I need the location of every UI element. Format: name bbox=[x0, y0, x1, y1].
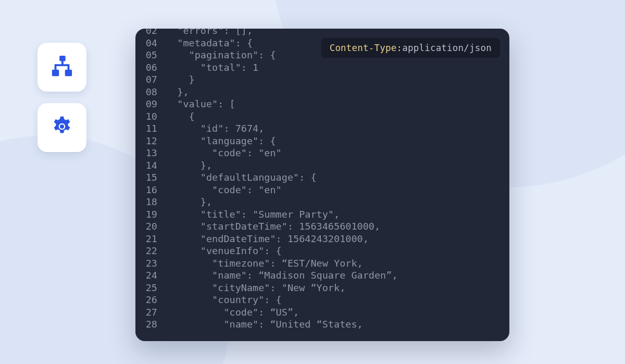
line-number: 07 bbox=[135, 73, 166, 86]
code-line: 28 "name": “United “States, bbox=[135, 318, 497, 331]
code-line: 26 "country": { bbox=[135, 294, 497, 306]
line-number: 23 bbox=[135, 257, 166, 270]
code-line: 18 }, bbox=[135, 196, 497, 208]
line-number: 19 bbox=[135, 208, 166, 221]
code-line: 24 "name": “Madison Square Garden”, bbox=[135, 269, 497, 282]
code-line: 20 "startDateTime": 1563465601000, bbox=[135, 220, 497, 233]
line-number: 15 bbox=[135, 171, 166, 184]
code-line: 13 "code": "en" bbox=[135, 147, 497, 159]
sidebar bbox=[38, 43, 86, 152]
code-line: 15 "defaultLanguage": { bbox=[135, 171, 497, 184]
code-line: 11 "id": 7674, bbox=[135, 122, 497, 135]
line-number: 27 bbox=[135, 306, 166, 319]
line-number: 26 bbox=[135, 294, 166, 306]
code-text: { bbox=[166, 110, 195, 123]
code-text: "country": { bbox=[166, 294, 282, 306]
code-text: "name": “Madison Square Garden”, bbox=[166, 269, 398, 282]
code-text: "code": "en" bbox=[166, 184, 282, 196]
line-number: 11 bbox=[135, 122, 166, 135]
code-line: 06 "total": 1 bbox=[135, 61, 497, 74]
code-line: 08 }, bbox=[135, 86, 497, 98]
code-text: "code": “US”, bbox=[166, 306, 299, 319]
code-line: 23 "timezone": “EST/New York, bbox=[135, 257, 497, 270]
line-number: 16 bbox=[135, 184, 166, 196]
line-number: 22 bbox=[135, 245, 166, 257]
code-text: }, bbox=[166, 159, 212, 172]
code-text: "title": "Summer Party", bbox=[166, 208, 340, 221]
code-text: "id": 7674, bbox=[166, 122, 264, 135]
line-number: 18 bbox=[135, 196, 166, 208]
line-number: 13 bbox=[135, 147, 166, 159]
code-line: 22 "venueInfo": { bbox=[135, 245, 497, 257]
line-number: 25 bbox=[135, 282, 166, 294]
code-line: 07 } bbox=[135, 73, 497, 86]
code-text: "name": “United “States, bbox=[166, 318, 363, 331]
settings-button[interactable] bbox=[38, 103, 86, 152]
code-text: }, bbox=[166, 86, 189, 98]
code-body[interactable]: 02 "errors": [],04 "metadata": {05 "pagi… bbox=[135, 29, 509, 331]
network-button[interactable] bbox=[38, 43, 86, 92]
line-number: 28 bbox=[135, 318, 166, 331]
line-number: 20 bbox=[135, 220, 166, 233]
code-text: "total": 1 bbox=[166, 61, 258, 74]
line-number: 14 bbox=[135, 159, 166, 172]
gear-icon bbox=[50, 115, 74, 141]
line-number: 12 bbox=[135, 135, 166, 147]
line-number: 10 bbox=[135, 110, 166, 123]
code-text: "startDateTime": 1563465601000, bbox=[166, 220, 380, 233]
code-line: 16 "code": "en" bbox=[135, 184, 497, 196]
code-line: 12 "language": { bbox=[135, 135, 497, 147]
code-text: "errors": [], bbox=[166, 29, 253, 37]
code-text: "code": "en" bbox=[166, 147, 282, 159]
code-panel: Content-Type:application/json 02 "errors… bbox=[135, 29, 509, 341]
line-number: 21 bbox=[135, 233, 166, 245]
code-line: 25 "cityName": "New “York, bbox=[135, 282, 497, 294]
sitemap-icon bbox=[50, 54, 74, 80]
code-text: "timezone": “EST/New York, bbox=[166, 257, 363, 270]
code-line: 09 "value": [ bbox=[135, 98, 497, 110]
line-number: 09 bbox=[135, 98, 166, 110]
line-number: 08 bbox=[135, 86, 166, 98]
code-text: }, bbox=[166, 196, 212, 208]
code-text: "endDateTime": 1564243201000, bbox=[166, 233, 369, 245]
code-line: 04 "metadata": { bbox=[135, 37, 497, 49]
code-text: "metadata": { bbox=[166, 37, 253, 49]
code-text: "cityName": "New “York, bbox=[166, 282, 345, 294]
code-text: "language": { bbox=[166, 135, 276, 147]
code-line: 19 "title": "Summer Party", bbox=[135, 208, 497, 221]
code-line: 10 { bbox=[135, 110, 497, 123]
svg-point-4 bbox=[60, 124, 64, 129]
code-text: "venueInfo": { bbox=[166, 245, 282, 257]
code-line: 27 "code": “US”, bbox=[135, 306, 497, 319]
code-line: 05 "pagination": { bbox=[135, 49, 497, 61]
line-number: 05 bbox=[135, 49, 166, 61]
code-line: 21 "endDateTime": 1564243201000, bbox=[135, 233, 497, 245]
line-number: 02 bbox=[135, 29, 166, 37]
code-text: } bbox=[166, 73, 195, 86]
code-line: 14 }, bbox=[135, 159, 497, 172]
line-number: 24 bbox=[135, 269, 166, 282]
line-number: 04 bbox=[135, 37, 166, 49]
code-text: "defaultLanguage": { bbox=[166, 171, 317, 184]
line-number: 06 bbox=[135, 61, 166, 74]
code-text: "pagination": { bbox=[166, 49, 276, 61]
code-text: "value": [ bbox=[166, 98, 235, 110]
code-line: 02 "errors": [], bbox=[135, 29, 497, 37]
